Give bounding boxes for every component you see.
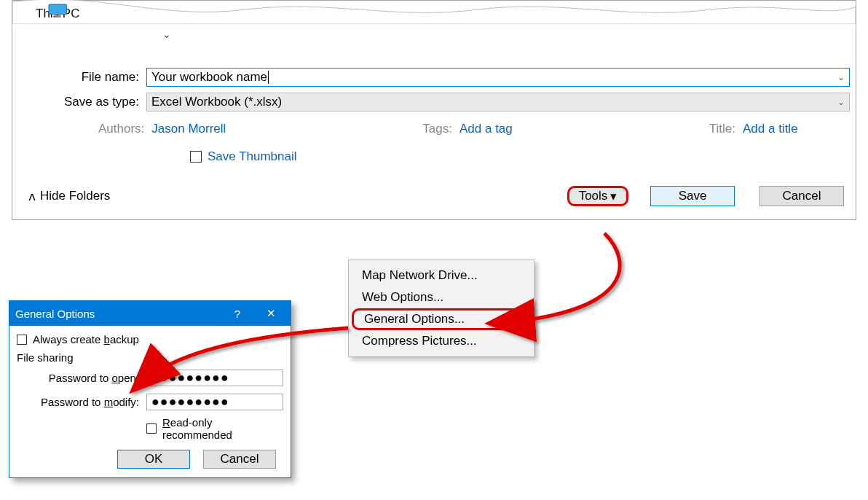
always-create-backup-checkbox[interactable] [17, 335, 27, 345]
authors-value[interactable]: Jason Morrell [151, 122, 226, 136]
password-modify-input[interactable]: ●●●●●●●●● [146, 394, 283, 410]
title-label: Title: [709, 122, 735, 136]
read-only-label: Read-only recommended [162, 416, 283, 441]
authors-label: Authors: [98, 122, 144, 136]
filename-value: Your workbook name [151, 70, 267, 85]
save-as-type-dropdown[interactable]: Excel Workbook (*.xlsx) ⌄ [146, 93, 850, 112]
read-only-row[interactable]: Read-only recommended [146, 416, 283, 441]
tools-dropdown-menu: Map Network Drive... Web Options... Gene… [348, 259, 534, 357]
title-input[interactable]: Add a title [743, 122, 798, 136]
svg-rect-1 [55, 15, 61, 17]
save-as-dialog: This PC ⌄ File name: Your workbook name … [12, 0, 856, 220]
read-only-checkbox[interactable] [146, 423, 157, 434]
chevron-down-icon[interactable]: ⌄ [162, 28, 171, 40]
text-caret [268, 71, 269, 84]
tools-label: Tools [579, 189, 608, 203]
save-thumbnail-label: Save Thumbnail [208, 149, 297, 164]
general-options-dialog: General Options ? ✕ Always create backup… [9, 300, 291, 478]
ok-button[interactable]: OK [117, 450, 190, 469]
tags-label: Tags: [422, 122, 452, 136]
password-open-label: Password to open: [17, 372, 139, 384]
chevron-up-icon: ʌ [28, 189, 36, 204]
menu-item-web-options[interactable]: Web Options... [349, 286, 534, 308]
svg-rect-0 [49, 4, 66, 14]
dialog-titlebar: General Options ? ✕ [9, 301, 291, 326]
save-thumbnail-row[interactable]: Save Thumbnail [190, 149, 850, 164]
save-as-type-value: Excel Workbook (*.xlsx) [151, 95, 282, 109]
location-this-pc[interactable]: This PC [36, 7, 79, 21]
hide-folders-toggle[interactable]: ʌ Hide Folders [28, 189, 110, 204]
save-thumbnail-checkbox[interactable] [190, 151, 202, 163]
chevron-down-icon[interactable]: ⌄ [837, 72, 845, 82]
password-open-input[interactable]: ●●●●●●●●● [146, 370, 283, 386]
close-button[interactable]: ✕ [254, 301, 288, 326]
dialog-title: General Options [15, 308, 95, 320]
always-create-backup-row[interactable]: Always create backup [17, 333, 283, 345]
help-button[interactable]: ? [221, 301, 254, 326]
menu-item-general-options[interactable]: General Options... [352, 308, 531, 330]
caret-down-icon: ▾ [610, 189, 617, 204]
save-as-type-label: Save as type: [18, 95, 146, 109]
chevron-down-icon[interactable]: ⌄ [837, 97, 845, 107]
file-sharing-label: File sharing [17, 351, 283, 364]
cancel-button[interactable]: Cancel [203, 450, 276, 469]
hide-folders-label: Hide Folders [40, 189, 110, 203]
filename-input[interactable]: Your workbook name ⌄ [146, 68, 850, 87]
tags-input[interactable]: Add a tag [459, 122, 513, 136]
tools-button[interactable]: Tools ▾ [567, 186, 628, 206]
menu-item-map-network-drive[interactable]: Map Network Drive... [349, 265, 534, 286]
save-button[interactable]: Save [650, 186, 735, 206]
always-create-backup-label: Always create backup [33, 333, 139, 345]
menu-item-compress-pictures[interactable]: Compress Pictures... [349, 330, 534, 352]
password-modify-label: Password to modify: [17, 396, 139, 408]
cancel-button[interactable]: Cancel [760, 186, 844, 206]
monitor-icon [36, 4, 79, 18]
torn-top-edge: This PC [12, 1, 856, 27]
filename-label: File name: [18, 70, 146, 85]
